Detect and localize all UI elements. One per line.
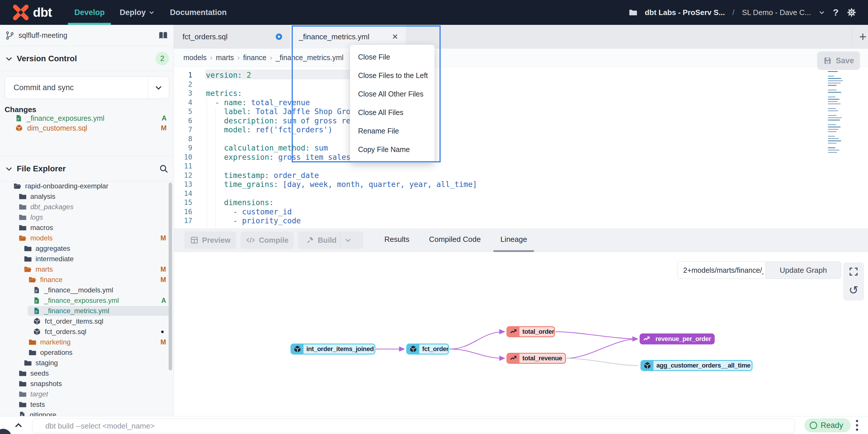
tree-item-dbt_packages[interactable]: dbt_packages [0,202,174,212]
search-icon[interactable] [158,164,169,174]
environment-name[interactable]: SL Demo - Dave C... [742,8,811,17]
lineage-node-agg_customer_orders__all_time[interactable]: agg_customer_orders__all_time [641,360,752,371]
lineage-node-revenue_per_order[interactable]: revenue_per_order [640,334,715,344]
tree-item-tests[interactable]: tests [0,399,174,410]
update-graph-button[interactable]: Update Graph [766,261,841,279]
lineage-node-int_order_items_joined[interactable]: int_order_items_joined [290,344,375,354]
tree-item-marketing[interactable]: marketingM [0,337,174,347]
project-name[interactable]: dbt Labs - ProServ S... [645,8,725,17]
expand-command-bar-button[interactable] [10,419,27,432]
tree-item-operations[interactable]: operations [0,347,174,358]
menu-item-close-file[interactable]: Close File [350,48,435,66]
menu-item-close-all-files[interactable]: Close All Files [350,103,435,122]
code-line-10: 10 expression: gross_item_sales_amount [174,152,868,162]
file-tree-scrollbar[interactable] [168,183,172,370]
menu-item-close-all-other-files[interactable]: Close All Other Files [350,85,435,103]
editor: + fct_orders.sql_finance_metrics.yml✕ mo… [174,25,868,228]
tree-item-target[interactable]: target [0,389,174,399]
kebab-menu-icon[interactable] [851,419,863,432]
change-row-dim_customers.sql[interactable]: dim_customers.sqlM [0,123,174,133]
breadcrumb-item-_finance_metrics.yml[interactable]: _finance_metrics.yml [276,54,344,62]
tree-item-rapid-onboarding-exemplar[interactable]: rapid-onboarding-exemplar [0,181,174,191]
ready-label: Ready [820,421,843,430]
reset-view-button[interactable]: ↺ [849,285,859,296]
compile-button[interactable]: Compile [241,231,294,249]
menu-item-close-files-to-the-left[interactable]: Close Files to the Left [350,66,435,85]
tree-item-macros[interactable]: macros [0,223,174,233]
help-icon[interactable]: ? [833,7,839,18]
change-file-name: _finance_exposures.yml [27,114,104,122]
close-tab-icon[interactable]: ✕ [392,32,398,41]
tree-item-label: intermediate [35,255,74,263]
tab-bar-divider [851,27,852,47]
menu-item-rename-file[interactable]: Rename File [350,122,435,140]
nav-item-develop[interactable]: Develop [67,0,112,25]
tree-item-intermediate[interactable]: intermediate [0,254,174,264]
lineage-selector-input[interactable] [677,261,766,279]
tree-item-staging[interactable]: staging [0,358,174,368]
dbt-brand[interactable]: dbt [11,3,52,22]
code-line-17: 17 - priority_code [174,216,868,225]
tree-item-marts[interactable]: martsM [0,264,174,274]
save-button[interactable]: Save [817,52,860,70]
preview-button[interactable]: Preview [184,231,236,249]
sidebar: sqlfluff-meeting Version Control 2 Commi… [0,25,174,416]
breadcrumb-item-models[interactable]: models [183,54,207,62]
lineage-node-total_revenue[interactable]: total_revenue [506,353,566,364]
commit-and-sync-button[interactable]: Commit and sync [5,76,169,99]
change-row-_finance_exposures.yml[interactable]: _finance_exposures.ymlA [0,113,174,123]
breadcrumb-item-marts[interactable]: marts [216,54,234,62]
version-control-title: Version Control [17,54,77,63]
code-line-2: 2 [174,80,868,89]
folder-icon [24,244,32,253]
tree-item-fct_orders.sql[interactable]: fct_orders.sql [0,326,174,337]
tree-item-_finance_exposures.yml[interactable]: _finance_exposures.ymlA [0,295,174,306]
breadcrumb-item-finance[interactable]: finance [243,54,267,62]
tree-item-logs[interactable]: logs [0,212,174,223]
chevron-down-icon[interactable] [818,9,825,16]
build-button[interactable]: Build [298,231,363,249]
build-options-chevron-icon[interactable] [340,232,356,249]
metric-trend-icon [507,354,520,363]
tree-item-finance[interactable]: financeM [0,274,174,285]
nav-item-documentation[interactable]: Documentation [162,0,234,25]
menu-item-copy-file-name[interactable]: Copy File Name [350,140,435,158]
tree-item-gitignore[interactable]: gitignore [0,410,174,416]
branch-row[interactable]: sqlfluff-meeting [0,25,174,46]
tree-item-fct_order_items.sql[interactable]: fct_order_items.sql [0,316,174,326]
status-bar: Ready [0,416,868,434]
new-tab-button[interactable]: + [855,25,868,49]
code-line-15: 15 dimensions: [174,198,868,207]
node-label: int_order_items_joined [304,345,375,353]
tree-item-label: dbt_packages [30,203,73,211]
panel-tab-compiled-code[interactable]: Compiled Code [422,228,488,252]
command-input[interactable] [32,419,795,433]
tree-item-_finance_metrics.yml[interactable]: _finance_metrics.yml [0,306,174,316]
panel-tab-results[interactable]: Results [377,228,416,252]
gear-icon[interactable] [846,7,857,18]
lineage-controls: ↺ [843,262,864,300]
version-control-header[interactable]: Version Control 2 [0,46,174,71]
line-number: 4 [174,98,192,107]
tree-item-_finance__models.yml[interactable]: _finance__models.yml [0,285,174,295]
tree-item-models[interactable]: modelsM [0,233,174,243]
tree-item-aggregates[interactable]: aggregates [0,243,174,254]
editor-tab-fct_orders.sql[interactable]: fct_orders.sql [174,25,290,49]
tree-item-snapshots[interactable]: snapshots [0,378,174,389]
line-number: 2 [174,80,192,88]
chevron-down-icon[interactable] [148,83,169,92]
fullscreen-button[interactable] [848,266,859,277]
lineage-node-total_orders[interactable]: total_orders [506,326,555,337]
tree-item-seeds[interactable]: seeds [0,368,174,378]
file-explorer-header[interactable]: File Explorer [0,156,174,181]
code-line-13: 13 time_grains: [day, week, month, quart… [174,180,868,189]
editor-minimap[interactable] [828,71,849,167]
code-editor[interactable]: 1version: 223metrics:4 - name: total_rev… [174,67,868,228]
docs-book-icon[interactable] [158,30,168,41]
panel-tab-lineage[interactable]: Lineage [494,228,534,252]
tree-item-analysis[interactable]: analysis [0,191,174,202]
code-text: description: sum of gross revenue [192,116,373,125]
folder-open-icon [24,265,32,273]
nav-item-deploy[interactable]: Deploy [112,0,162,25]
lineage-node-fct_orders[interactable]: fct_orders [406,344,449,354]
